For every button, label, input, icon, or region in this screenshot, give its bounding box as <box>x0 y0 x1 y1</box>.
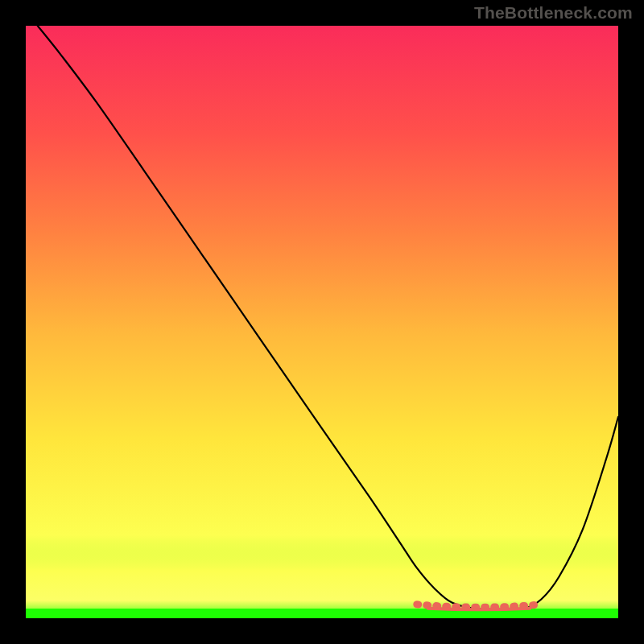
watermark-text: TheBottleneck.com <box>474 3 633 23</box>
curve-layer <box>26 26 618 618</box>
bottleneck-curve <box>38 26 618 609</box>
plot-area <box>26 26 618 618</box>
chart-container: TheBottleneck.com <box>0 0 644 644</box>
valley-line <box>428 609 530 610</box>
valley-markers <box>417 605 542 608</box>
